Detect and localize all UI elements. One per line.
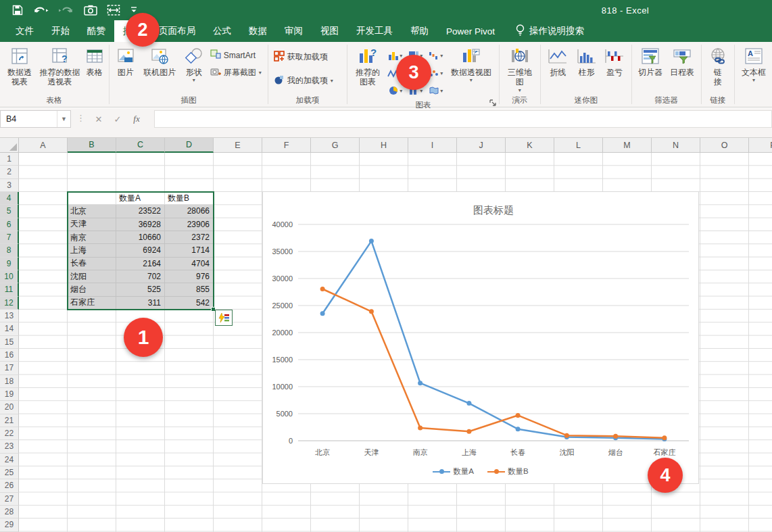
row-header-15[interactable]: 15 <box>0 336 19 349</box>
row-header-8[interactable]: 8 <box>0 244 19 257</box>
legend-item-数量B[interactable]: 数量B <box>487 466 529 477</box>
table-row-label[interactable]: 石家庄 <box>68 297 116 310</box>
tab-开发工具[interactable]: 开发工具 <box>347 20 402 42</box>
tab-视图[interactable]: 视图 <box>312 20 347 42</box>
undo-icon[interactable] <box>32 3 49 17</box>
table-header-cell[interactable]: 数量A <box>116 192 165 205</box>
select-all-button[interactable] <box>0 138 19 153</box>
column-header-D[interactable]: D <box>165 138 214 153</box>
insert-waterfall-chart-button[interactable]: ▾ <box>426 47 446 64</box>
row-header-12[interactable]: 12 <box>0 297 19 310</box>
row-header-6[interactable]: 6 <box>0 218 19 231</box>
insert-function-button[interactable]: fx <box>127 114 146 124</box>
row-header-21[interactable]: 21 <box>0 414 19 427</box>
row-header-5[interactable]: 5 <box>0 205 19 218</box>
row-header-27[interactable]: 27 <box>0 493 19 506</box>
row-header-22[interactable]: 22 <box>0 427 19 440</box>
sparkline-column-button[interactable]: 柱形 <box>573 44 600 77</box>
table-row-label[interactable]: 烟台 <box>68 283 116 296</box>
column-header-N[interactable]: N <box>652 138 700 153</box>
charts-dialog-launcher-icon[interactable] <box>489 97 497 105</box>
table-cell-valueA[interactable]: 36928 <box>116 218 165 231</box>
tab-帮助[interactable]: 帮助 <box>402 20 437 42</box>
switch-windows-icon[interactable] <box>107 3 120 17</box>
insert-map-chart-button[interactable]: ▾ <box>426 82 446 99</box>
row-header-24[interactable]: 24 <box>0 454 19 466</box>
table-header-cell[interactable]: 数量B <box>165 192 214 205</box>
column-header-L[interactable]: L <box>554 138 603 153</box>
recommended-charts-button[interactable]: ? 推荐的图表 <box>350 44 385 87</box>
name-box-dropdown-icon[interactable]: ▼ <box>57 111 70 127</box>
row-header-25[interactable]: 25 <box>0 466 19 479</box>
row-header-29[interactable]: 29 <box>0 518 19 531</box>
column-header-J[interactable]: J <box>457 138 506 153</box>
cancel-button[interactable]: ✕ <box>89 114 108 124</box>
row-header-23[interactable]: 23 <box>0 440 19 453</box>
table-cell-valueB[interactable]: 1714 <box>165 244 214 257</box>
my-addins-button[interactable]: 我的加载项 ▾ <box>271 73 344 89</box>
screenshot-button[interactable]: 屏幕截图 ▾ <box>208 66 265 80</box>
table-cell-valueA[interactable]: 23522 <box>116 205 165 218</box>
link-button[interactable]: 链接 <box>704 44 731 87</box>
slicer-button[interactable]: 切片器 <box>635 44 667 77</box>
shapes-button[interactable]: 形状 ▾ <box>180 44 208 83</box>
table-cell-valueA[interactable]: 311 <box>116 297 165 310</box>
row-header-9[interactable]: 9 <box>0 258 19 270</box>
table-cell-valueB[interactable]: 23906 <box>165 218 214 231</box>
name-box[interactable]: B4 ▼ <box>0 110 71 128</box>
table-cell-valueB[interactable]: 542 <box>165 297 214 310</box>
pictures-button[interactable]: 图片 <box>112 44 139 77</box>
table-cell-valueA[interactable]: 2164 <box>116 258 165 270</box>
column-header-K[interactable]: K <box>506 138 554 153</box>
column-header-M[interactable]: M <box>603 138 652 153</box>
pivotchart-button[interactable]: 数据透视图 ▾ <box>446 44 496 83</box>
table-cell-valueA[interactable]: 702 <box>116 270 165 283</box>
column-header-C[interactable]: C <box>116 138 165 153</box>
table-cell-valueB[interactable]: 2372 <box>165 231 214 244</box>
textbox-button[interactable]: A 文本框 ▾ <box>739 44 769 83</box>
column-header-P[interactable]: P <box>749 138 772 153</box>
column-header-I[interactable]: I <box>408 138 457 153</box>
save-icon[interactable] <box>12 3 23 17</box>
row-header-4[interactable]: 4 <box>0 192 19 205</box>
row-header-26[interactable]: 26 <box>0 479 19 492</box>
sparkline-winloss-button[interactable]: 盈亏 <box>600 44 628 77</box>
recommended-pivottables-button[interactable]: ? 推荐的数据透视表 <box>37 44 82 87</box>
row-header-18[interactable]: 18 <box>0 375 19 388</box>
table-cell-valueA[interactable]: 525 <box>116 283 165 296</box>
online-pictures-button[interactable]: 联机图片 <box>139 44 180 77</box>
row-header-7[interactable]: 7 <box>0 231 19 244</box>
tab-数据[interactable]: 数据 <box>240 20 276 42</box>
redo-icon[interactable] <box>58 3 74 17</box>
timeline-button[interactable]: 日程表 <box>667 44 698 77</box>
table-row-label[interactable]: 上海 <box>68 244 116 257</box>
column-header-H[interactable]: H <box>360 138 408 153</box>
table-row-label[interactable]: 天津 <box>68 218 116 231</box>
line-chart[interactable]: 0500010000150002000025000300003500040000… <box>262 191 699 484</box>
row-header-20[interactable]: 20 <box>0 401 19 414</box>
column-header-G[interactable]: G <box>311 138 360 153</box>
row-header-2[interactable]: 2 <box>0 166 19 178</box>
table-row-label[interactable]: 南京 <box>68 231 116 244</box>
row-header-28[interactable]: 28 <box>0 506 19 518</box>
tab-Power Pivot[interactable]: Power Pivot <box>437 20 504 42</box>
column-header-B[interactable]: B <box>68 138 116 153</box>
row-header-16[interactable]: 16 <box>0 349 19 362</box>
tab-文件[interactable]: 文件 <box>7 20 43 42</box>
table-row-label[interactable]: 长春 <box>68 258 116 270</box>
column-header-E[interactable]: E <box>214 138 262 153</box>
tab-审阅[interactable]: 审阅 <box>276 20 312 42</box>
quick-analysis-button[interactable] <box>215 310 233 326</box>
table-row-label[interactable]: 沈阳 <box>68 270 116 283</box>
row-header-10[interactable]: 10 <box>0 270 19 283</box>
legend-item-数量A[interactable]: 数量A <box>433 466 474 477</box>
row-header-1[interactable]: 1 <box>0 153 19 166</box>
table-cell-valueA[interactable]: 6924 <box>116 244 165 257</box>
table-row-label[interactable]: 北京 <box>68 205 116 218</box>
active-cell-B4[interactable] <box>68 192 116 205</box>
column-header-F[interactable]: F <box>262 138 311 153</box>
table-cell-valueB[interactable]: 4704 <box>165 258 214 270</box>
row-header-3[interactable]: 3 <box>0 179 19 192</box>
row-header-19[interactable]: 19 <box>0 388 19 401</box>
tab-酷赞[interactable]: 酷赞 <box>78 20 114 42</box>
